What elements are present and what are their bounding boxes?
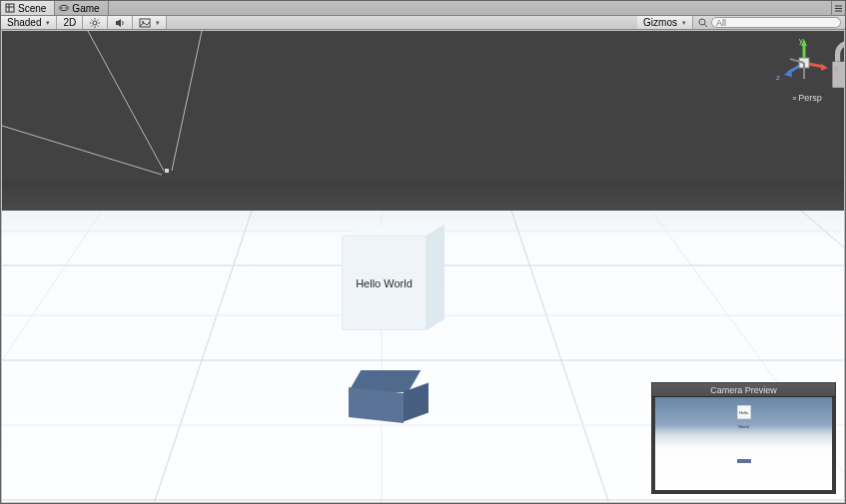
tab-bar: Scene Game <box>1 1 845 16</box>
tab-options-button[interactable] <box>831 1 845 15</box>
tab-game-label: Game <box>72 3 99 14</box>
camera-preview-title: Camera Preview <box>652 383 835 397</box>
sun-icon <box>89 17 101 29</box>
svg-rect-39 <box>165 169 169 173</box>
shading-mode-dropdown[interactable]: Shaded <box>1 16 57 29</box>
speaker-icon <box>114 17 126 29</box>
projection-label[interactable]: ≡ Persp <box>778 93 836 103</box>
menu-icon <box>834 4 843 13</box>
svg-line-16 <box>98 19 99 20</box>
toggle-2d-button[interactable]: 2D <box>57 16 83 29</box>
scene-tab-icon <box>5 3 15 13</box>
svg-point-4 <box>62 7 64 9</box>
toolbar-spacer <box>167 16 637 29</box>
search-input[interactable] <box>711 17 841 28</box>
image-icon <box>139 17 151 29</box>
svg-rect-0 <box>6 4 14 12</box>
axis-z-text: z <box>776 73 780 82</box>
gizmos-dropdown[interactable]: Gizmos <box>637 16 693 29</box>
cube-object[interactable]: Hello World <box>342 226 446 330</box>
svg-point-9 <box>93 21 97 25</box>
game-tab-icon <box>59 3 69 13</box>
svg-marker-46 <box>784 69 792 77</box>
svg-line-37 <box>172 31 202 171</box>
svg-point-21 <box>699 19 705 25</box>
orientation-gizmo[interactable]: y x z ≡ Persp <box>778 37 836 117</box>
tab-scene-label: Scene <box>18 3 46 14</box>
gizmos-label: Gizmos <box>643 17 677 28</box>
camera-preview-panel[interactable]: Camera Preview Hello World <box>651 382 836 494</box>
tab-spacer <box>109 1 831 15</box>
svg-line-27 <box>511 211 611 502</box>
cube-side-face <box>426 225 444 330</box>
search-icon <box>697 17 709 29</box>
svg-point-5 <box>66 7 68 9</box>
toggle-2d-label: 2D <box>63 17 76 28</box>
svg-line-17 <box>92 25 93 26</box>
toggle-lighting-button[interactable] <box>83 16 108 29</box>
shadow-cube-front <box>349 387 404 423</box>
svg-line-22 <box>704 24 707 27</box>
preview-shadow-cube <box>737 459 751 463</box>
scene-toolbar: Shaded 2D Gizmos <box>1 16 845 30</box>
scene-viewport[interactable]: Hello World <box>2 31 844 502</box>
cube-front-face: Hello World <box>342 236 426 330</box>
editor-window: Scene Game Shaded 2D <box>0 0 846 504</box>
svg-line-36 <box>88 31 164 171</box>
camera-frustum-gizmo <box>2 31 302 290</box>
shadow-cube-object[interactable] <box>347 370 426 425</box>
shading-mode-label: Shaded <box>7 17 41 28</box>
svg-point-3 <box>60 5 68 10</box>
svg-marker-18 <box>116 19 121 27</box>
effects-dropdown[interactable] <box>133 16 167 29</box>
toggle-audio-button[interactable] <box>108 16 133 29</box>
svg-line-38 <box>2 126 162 175</box>
tab-game[interactable]: Game <box>55 1 108 15</box>
search-container <box>693 16 845 29</box>
preview-cube: Hello World <box>737 405 751 419</box>
tab-scene[interactable]: Scene <box>1 1 55 15</box>
cube-text: Hello World <box>356 277 413 289</box>
axis-x-text: x <box>834 64 838 73</box>
camera-preview-body: Hello World <box>655 397 832 490</box>
svg-line-15 <box>98 25 99 26</box>
svg-line-14 <box>92 19 93 20</box>
lock-icon[interactable] <box>822 41 832 51</box>
axis-y-text: y <box>799 36 803 45</box>
